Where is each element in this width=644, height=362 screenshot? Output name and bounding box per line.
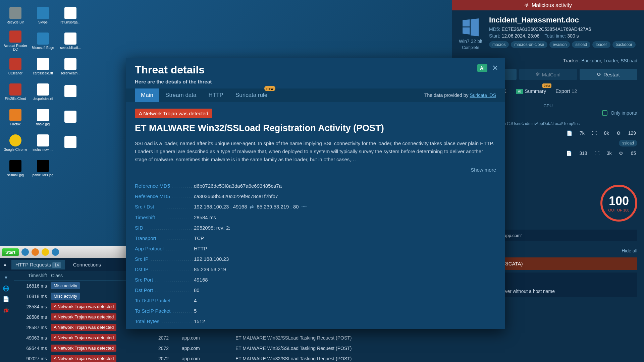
detail-row: To DstIP Packet4 xyxy=(135,295,496,306)
export-tab[interactable]: Export 12 xyxy=(551,85,582,97)
summary-tab[interactable]: AISummarybeta xyxy=(511,85,551,97)
md5-label: MD5: xyxy=(489,26,500,32)
modal-title: Threat details xyxy=(135,64,496,76)
detail-row: Dst IP85.239.53.219 xyxy=(135,264,496,275)
desktop-icon[interactable]: returnsorga... xyxy=(58,3,83,27)
windows-icon xyxy=(460,16,481,37)
tags-container: macrosmacros-on-closeevasionssloadloader… xyxy=(489,41,637,48)
detail-row: Reference MD5ca303668b5420c022ef9c78ce1f… xyxy=(135,191,496,201)
tracker-link[interactable]: Backdoor xyxy=(581,58,601,63)
start-value: 12.06.2024, 23:06 xyxy=(501,33,539,39)
http-requests-tab[interactable]: HTTP Requests14 xyxy=(11,260,65,269)
detail-row: Timeshift28584 ms xyxy=(135,212,496,223)
desktop-icon[interactable]: Acrobat Reader DC xyxy=(3,29,28,53)
malicious-activity-banner: ☣ Malicious activity xyxy=(452,0,644,10)
desktop-icon[interactable]: decpolicies.rtf xyxy=(31,80,55,104)
desktop-icon[interactable]: cardsscale.rtf xyxy=(31,54,55,78)
bug-icon[interactable]: 🐞 xyxy=(2,306,10,314)
col-timeshift: Timeshift xyxy=(17,273,51,278)
tag[interactable]: macros xyxy=(489,41,509,48)
data-provider: The data provided by Suricata IDS xyxy=(424,93,496,98)
tab-stream-data[interactable]: Stream data xyxy=(159,88,203,102)
show-more-button[interactable]: Show more xyxy=(135,167,496,173)
tracker-link[interactable]: SSLoad xyxy=(621,58,637,63)
taskbar-icon[interactable] xyxy=(52,248,59,256)
tab-http[interactable]: HTTP xyxy=(202,88,229,102)
taskbar-icon[interactable] xyxy=(42,248,49,256)
detail-row: Dst Port80 xyxy=(135,285,496,295)
desktop-icon[interactable] xyxy=(58,105,83,129)
md5-value: EC7E26A81B6002C53854A1769AD427A6 xyxy=(501,26,591,32)
detail-row: Total Bytes1512 xyxy=(135,316,496,326)
detection-badge: A Network Trojan was detected xyxy=(135,109,212,118)
close-icon[interactable]: ✕ xyxy=(492,64,498,72)
doc-icon[interactable]: 📄 xyxy=(2,295,10,303)
desktop-icon[interactable]: Google Chrome xyxy=(3,131,28,155)
http-request-row[interactable]: 69544 ms A Network Trojan was detected 2… xyxy=(14,343,452,353)
only-important-checkbox[interactable] xyxy=(602,110,607,116)
tag[interactable]: macros-on-close xyxy=(511,41,547,48)
desktop-icon[interactable]: Firefox xyxy=(3,105,28,129)
desktop-icon[interactable] xyxy=(58,131,83,155)
desktop-icon[interactable]: sellerweath... xyxy=(58,54,83,78)
suricata-ids-link[interactable]: Suricata IDS xyxy=(470,93,496,98)
doc-icon: 📄 xyxy=(567,130,572,136)
desktop-icon[interactable]: Skype xyxy=(31,3,55,27)
start-label: Start: xyxy=(489,33,500,39)
threat-details-modal: Threat details Here are the details of t… xyxy=(126,58,505,329)
taskbar-icon[interactable] xyxy=(32,248,39,256)
score-value: 100 xyxy=(609,194,629,208)
score-circle: 100 OUT OF 100 xyxy=(600,185,637,222)
os-status: Complete xyxy=(462,45,479,50)
desktop-icon[interactable]: Recycle Bin xyxy=(3,3,28,27)
total-time-label: Total time: xyxy=(545,33,566,39)
globe-icon[interactable]: 🌐 xyxy=(2,284,10,292)
desktop-icon[interactable]: FileZilla Client xyxy=(3,80,28,104)
detail-row: Reference MD5d6b0726de53f8a3da67a6e69348… xyxy=(135,181,496,191)
tag[interactable]: evasion xyxy=(549,41,570,48)
modal-header: Threat details Here are the details of t… xyxy=(126,58,505,88)
desktop-icon[interactable] xyxy=(58,80,83,104)
sample-meta: Incident_Harassment.doc MD5: EC7E26A81B6… xyxy=(489,16,637,50)
os-name: Win7 32 bit xyxy=(459,39,482,44)
modal-subtitle: Here are the details of the threat xyxy=(135,79,496,84)
net-icon: ⛶ xyxy=(592,130,597,136)
tab-main[interactable]: Main xyxy=(135,88,159,102)
detail-row: Src Port49168 xyxy=(135,275,496,285)
sample-header: Win7 32 bit Complete Incident_Harassment… xyxy=(452,10,644,55)
http-request-row[interactable]: 49063 ms A Network Trojan was detected 2… xyxy=(14,333,452,343)
http-request-row[interactable]: 90027 ms A Network Trojan was detected 2… xyxy=(14,353,452,362)
collapse-down-icon[interactable]: ▼ xyxy=(2,274,10,282)
desktop-icon[interactable]: finale.jpg xyxy=(31,105,55,129)
taskbar-icon[interactable] xyxy=(21,248,29,256)
desktop-icon[interactable]: seepublicati... xyxy=(58,29,83,53)
restart-button[interactable]: ⟳ Restart xyxy=(580,69,637,80)
modal-tabs: Main Stream data HTTP Suricata rulenew T… xyxy=(126,88,505,102)
ai-badge[interactable]: AI xyxy=(477,64,487,72)
desktop-icon[interactable]: CCleaner xyxy=(3,54,28,78)
only-important-label: Only importa xyxy=(611,110,637,116)
score-max: OUT OF 100 xyxy=(608,208,630,212)
tag[interactable]: ssload xyxy=(572,41,590,48)
desktop-icon[interactable]: inchannown... xyxy=(31,131,55,155)
tag[interactable]: loader xyxy=(592,41,610,48)
desktop-icon[interactable]: particulars.jpg xyxy=(31,156,55,180)
detail-row: App ProtocolHTTP xyxy=(135,243,496,254)
detail-row: To SrcIP Packet5 xyxy=(135,306,496,316)
tracker-link[interactable]: Loader xyxy=(604,58,618,63)
desktop-icons-grid: Recycle BinSkypereturnsorga...Acrobat Re… xyxy=(3,3,85,180)
collapse-up-icon[interactable]: ▲ xyxy=(3,262,7,267)
detail-row: SID2052098; rev: 2; xyxy=(135,223,496,233)
desktop-icon[interactable]: sssmall.jpg xyxy=(3,156,28,180)
tag[interactable]: backdoor xyxy=(612,41,636,48)
connections-tab[interactable]: Connections xyxy=(69,260,105,269)
link-icon: ⚙ xyxy=(616,130,621,136)
start-button[interactable]: Start xyxy=(2,248,19,256)
malicious-activity-label: Malicious activity xyxy=(532,2,572,8)
modal-body: A Network Trojan was detected ET MALWARE… xyxy=(126,102,505,329)
tab-suricata-rule[interactable]: Suricata rulenew xyxy=(229,88,273,102)
malconf-button[interactable]: ✻ MalConf xyxy=(519,69,577,80)
sample-filename: Incident_Harassment.doc xyxy=(489,16,637,24)
desktop-icon[interactable]: Microsoft Edge xyxy=(31,29,55,53)
total-time-value: 300 s xyxy=(567,33,579,39)
